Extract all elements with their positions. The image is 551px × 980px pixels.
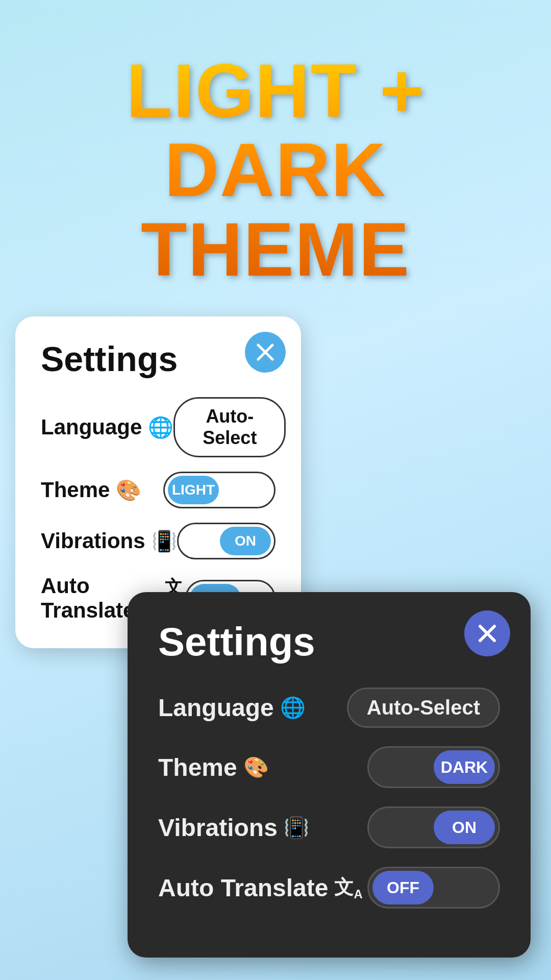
dark-language-label: Language 🌐: [158, 694, 306, 722]
dark-autotranslate-toggle[interactable]: OFF: [367, 867, 500, 909]
dark-autotranslate-text: Auto Translate: [158, 874, 328, 902]
dark-close-button[interactable]: [464, 610, 510, 656]
light-language-text: Language: [41, 415, 142, 439]
vibrations-icon-dark: 📳: [284, 816, 309, 840]
dark-autotranslate-label: Auto Translate 文A: [158, 874, 363, 902]
light-vibrations-toggle[interactable]: ON: [177, 523, 276, 559]
light-theme-knob: LIGHT: [168, 476, 219, 504]
light-language-label: Language 🌐: [41, 415, 173, 439]
light-vibrations-row: Vibrations 📳 ON: [41, 523, 276, 559]
dark-vibrations-toggle[interactable]: ON: [367, 806, 500, 848]
dark-theme-text: Theme: [158, 753, 237, 781]
dark-theme-row: Theme 🎨 DARK: [158, 746, 500, 788]
vibrations-icon-light: 📳: [152, 529, 177, 553]
light-theme-text: Theme: [41, 478, 110, 502]
dark-vibrations-text: Vibrations: [158, 814, 278, 842]
dark-language-button[interactable]: Auto-Select: [347, 688, 500, 728]
dark-settings-card: Settings Language 🌐 Auto-Select Theme 🎨 …: [128, 592, 531, 958]
autotranslate-icon-dark: 文A: [334, 874, 362, 901]
dark-language-row: Language 🌐 Auto-Select: [158, 688, 500, 728]
light-card-title: Settings: [41, 339, 276, 379]
dark-vibrations-row: Vibrations 📳 ON: [158, 806, 500, 848]
light-language-row: Language 🌐 Auto-Select: [41, 397, 276, 457]
light-vibrations-label: Vibrations 📳: [41, 529, 177, 553]
light-language-button[interactable]: Auto-Select: [173, 397, 286, 457]
dark-autotranslate-knob: OFF: [372, 871, 434, 904]
light-theme-row: Theme 🎨 LIGHT: [41, 472, 276, 508]
light-theme-toggle[interactable]: LIGHT: [163, 472, 276, 508]
light-vibrations-knob: ON: [220, 527, 271, 555]
headline-line2: theme: [141, 207, 410, 291]
headline: Light + dark theme: [0, 51, 551, 289]
dark-vibrations-knob: ON: [434, 811, 495, 844]
theme-icon-dark: 🎨: [243, 755, 269, 779]
light-close-button[interactable]: [245, 332, 286, 373]
light-vibrations-text: Vibrations: [41, 529, 145, 553]
dark-theme-toggle[interactable]: DARK: [367, 746, 500, 788]
dark-autotranslate-row: Auto Translate 文A OFF: [158, 867, 500, 909]
light-theme-label: Theme 🎨: [41, 478, 141, 502]
dark-theme-label: Theme 🎨: [158, 753, 269, 781]
dark-language-text: Language: [158, 694, 274, 722]
dark-vibrations-label: Vibrations 📳: [158, 814, 309, 842]
headline-line1: Light + dark: [126, 48, 424, 212]
language-icon-dark: 🌐: [280, 696, 306, 720]
language-icon: 🌐: [148, 415, 173, 439]
theme-icon-light: 🎨: [116, 478, 141, 502]
dark-theme-knob: DARK: [434, 750, 495, 784]
dark-card-title: Settings: [158, 619, 500, 665]
